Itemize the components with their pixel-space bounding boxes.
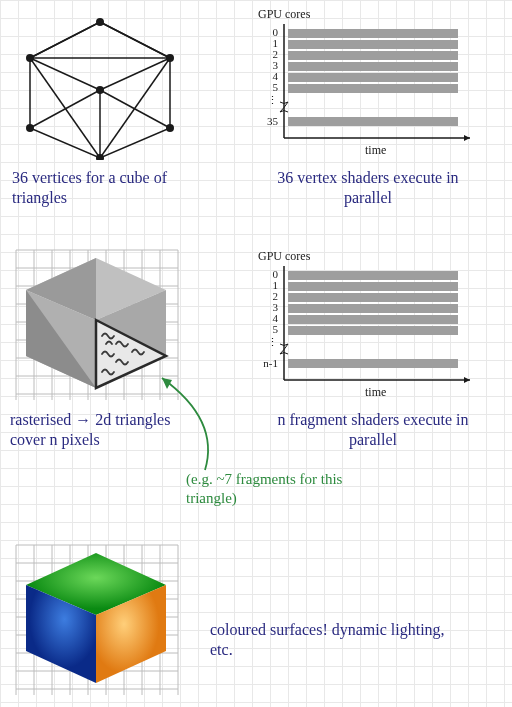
svg-point-13 (166, 124, 174, 132)
coloured-cube-diagram (6, 535, 196, 700)
svg-marker-20 (464, 135, 470, 141)
svg-text:n-1: n-1 (263, 357, 278, 369)
y-axis-label: GPU cores (258, 249, 311, 263)
svg-rect-24 (288, 40, 458, 49)
callout-arrow (150, 370, 240, 480)
svg-rect-69 (288, 293, 458, 302)
svg-rect-65 (288, 271, 458, 280)
svg-text:35: 35 (267, 115, 279, 127)
svg-point-16 (26, 54, 34, 62)
wireframe-cube-diagram (10, 10, 190, 160)
svg-point-17 (96, 86, 104, 94)
svg-rect-28 (288, 62, 458, 71)
svg-rect-75 (288, 326, 458, 335)
svg-rect-22 (288, 29, 458, 38)
svg-point-12 (166, 54, 174, 62)
svg-rect-35 (288, 117, 458, 126)
svg-rect-67 (288, 282, 458, 291)
svg-rect-26 (288, 51, 458, 60)
chart-bars: 0 1 2 3 4 5 ⋮ n-1 (263, 268, 458, 369)
svg-rect-32 (288, 84, 458, 93)
svg-line-2 (100, 22, 170, 58)
x-axis-label: time (365, 385, 386, 398)
fragments-callout: (e.g. ~7 fragments for this triangle) (186, 470, 386, 508)
svg-rect-78 (288, 359, 458, 368)
vertex-shader-chart: GPU cores time 0 1 2 3 4 5 ⋮ 35 (240, 6, 490, 156)
svg-text:5: 5 (273, 323, 279, 335)
y-axis-label: GPU cores (258, 7, 311, 21)
svg-point-11 (96, 18, 104, 26)
svg-line-3 (30, 22, 100, 58)
svg-point-15 (26, 124, 34, 132)
svg-rect-73 (288, 315, 458, 324)
chart-bars: 0 1 2 3 4 5 ⋮ 35 (267, 26, 458, 127)
fragment-shader-chart: GPU cores time 0 1 2 3 4 5 ⋮ n-1 (240, 248, 490, 398)
vertex-chart-caption: 36 vertex shaders execute in parallel (268, 168, 468, 208)
svg-rect-71 (288, 304, 458, 313)
svg-rect-30 (288, 73, 458, 82)
svg-text:⋮: ⋮ (267, 94, 278, 106)
wireframe-caption: 36 vertices for a cube of triangles (12, 168, 192, 208)
fragment-chart-caption: n fragment shaders execute in parallel (268, 410, 478, 450)
svg-marker-63 (464, 377, 470, 383)
svg-text:⋮: ⋮ (267, 336, 278, 348)
coloured-caption: coloured surfaces! dynamic lighting, etc… (210, 620, 460, 660)
svg-text:5: 5 (273, 81, 279, 93)
x-axis-label: time (365, 143, 386, 156)
